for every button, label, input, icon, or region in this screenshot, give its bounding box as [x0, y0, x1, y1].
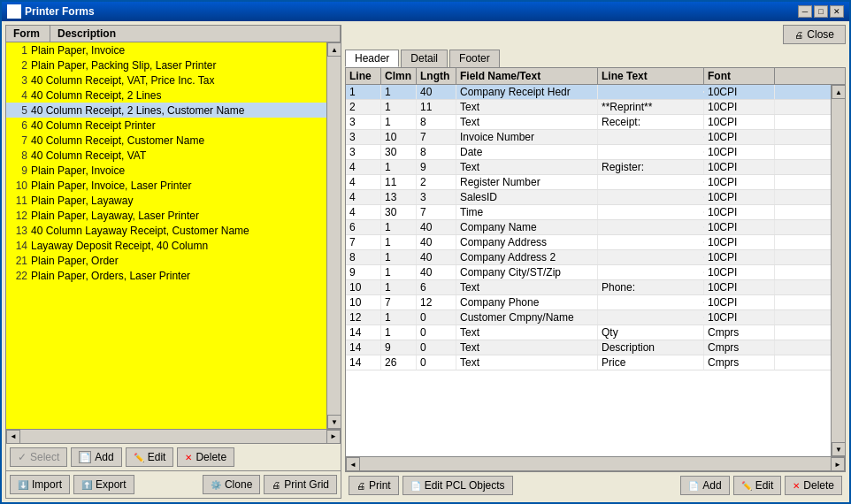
- table-row[interactable]: 9140Company City/ST/Zip10CPI: [346, 265, 831, 280]
- print-grid-button[interactable]: 🖨 Print Grid: [264, 475, 337, 494]
- delete-row-button[interactable]: ✕ Delete: [785, 476, 842, 495]
- grid-scroll-track-h[interactable]: [360, 457, 831, 470]
- select-button[interactable]: ✓ Select: [10, 447, 67, 467]
- scroll-down-arrow[interactable]: ▼: [327, 415, 341, 429]
- list-item[interactable]: 640 Column Receipt Printer: [6, 118, 326, 133]
- table-row[interactable]: 2111Text**Reprint**10CPI: [346, 100, 831, 115]
- table-cell: 6: [346, 220, 381, 234]
- minimize-button[interactable]: ─: [798, 5, 812, 18]
- list-item[interactable]: 11Plain Paper, Layaway: [6, 193, 326, 208]
- table-row[interactable]: 7140Company Address10CPI: [346, 235, 831, 250]
- grid-scrollbar-v[interactable]: ▲ ▼: [831, 85, 845, 456]
- table-cell: 40: [417, 220, 456, 234]
- list-item[interactable]: 12Plain Paper, Layaway, Laser Printer: [6, 208, 326, 223]
- clone-icon: ⚙️: [211, 480, 221, 490]
- edit-row-button[interactable]: ✏️ Edit: [733, 476, 782, 495]
- list-item[interactable]: 1340 Column Layaway Receipt, Customer Na…: [6, 223, 326, 238]
- titlebar: 🖨 Printer Forms ─ □ ✕: [2, 2, 849, 21]
- table-cell: 1: [381, 220, 417, 234]
- add-form-button[interactable]: 📄 Add: [71, 447, 121, 467]
- table-cell: Cmprs: [704, 355, 775, 370]
- grid-scroll-down[interactable]: ▼: [832, 442, 845, 456]
- table-cell: **Reprint**: [598, 100, 704, 114]
- table-row[interactable]: 4133SalesID10CPI: [346, 190, 831, 205]
- grid-col-fieldnametext: Field Name/Text: [456, 68, 598, 84]
- clone-button[interactable]: ⚙️ Clone: [203, 475, 260, 494]
- tab-detail[interactable]: Detail: [401, 50, 448, 67]
- delete-row-icon: ✕: [793, 481, 800, 491]
- tab-header[interactable]: Header: [345, 50, 399, 67]
- scroll-track-v[interactable]: [327, 57, 341, 415]
- list-scrollbar-h[interactable]: ◄ ►: [6, 429, 341, 443]
- table-cell: 12: [346, 310, 381, 325]
- grid-col-line: Line: [346, 68, 381, 84]
- list-item[interactable]: 840 Column Receipt, VAT: [6, 148, 326, 163]
- grid-scrollbar-h[interactable]: ◄ ►: [346, 456, 845, 470]
- table-row[interactable]: 4112Register Number10CPI: [346, 175, 831, 190]
- right-panel: 🖨 Close Header Detail Footer LineClmnLng…: [345, 25, 846, 499]
- grid-scroll-up[interactable]: ▲: [832, 85, 845, 99]
- list-item[interactable]: 2Plain Paper, Packing Slip, Laser Printe…: [6, 57, 326, 73]
- list-item[interactable]: 21Plain Paper, Order: [6, 253, 326, 268]
- list-item[interactable]: 540 Column Receipt, 2 Lines, Customer Na…: [6, 103, 326, 118]
- list-item[interactable]: 440 Column Receipt, 2 Lines: [6, 88, 326, 103]
- table-row[interactable]: 1490TextDescriptionCmprs: [346, 340, 831, 355]
- table-cell: 8: [417, 115, 456, 129]
- table-row[interactable]: 1016TextPhone:10CPI: [346, 280, 831, 295]
- grid-scroll-left[interactable]: ◄: [346, 457, 360, 471]
- printer-icon: 🖨: [272, 480, 280, 490]
- table-cell: 10CPI: [704, 280, 775, 294]
- list-item[interactable]: 740 Column Receipt, Customer Name: [6, 133, 326, 148]
- table-cell: 10CPI: [704, 175, 775, 189]
- table-cell: 10CPI: [704, 130, 775, 144]
- table-cell: 4: [346, 175, 381, 189]
- add-row-button[interactable]: 📄 Add: [680, 476, 729, 495]
- table-cell: 10: [346, 280, 381, 294]
- list-scrollbar-v[interactable]: ▲ ▼: [326, 42, 341, 429]
- table-row[interactable]: 8140Company Address 210CPI: [346, 250, 831, 265]
- scroll-up-arrow[interactable]: ▲: [327, 42, 341, 57]
- scroll-track-h[interactable]: [20, 430, 326, 443]
- edit-form-button[interactable]: ✏️ Edit: [126, 447, 174, 467]
- table-row[interactable]: 14260TextPriceCmprs: [346, 355, 831, 370]
- tabs-container: Header Detail Footer: [345, 50, 846, 67]
- close-button[interactable]: 🖨 Close: [783, 25, 846, 44]
- list-item[interactable]: 9Plain Paper, Invoice: [6, 163, 326, 178]
- table-row[interactable]: 6140Company Name10CPI: [346, 220, 831, 235]
- scroll-right-arrow[interactable]: ►: [326, 430, 341, 444]
- list-item[interactable]: 22Plain Paper, Orders, Laser Printer: [6, 268, 326, 283]
- edit-pcl-button[interactable]: 📄 Edit PCL Objects: [402, 476, 513, 495]
- list-item[interactable]: 340 Column Receipt, VAT, Price Inc. Tax: [6, 73, 326, 88]
- grid-scroll-track-v[interactable]: [832, 99, 845, 442]
- tab-footer[interactable]: Footer: [449, 50, 500, 67]
- table-cell: Invoice Number: [456, 130, 598, 144]
- table-row[interactable]: 4307Time10CPI: [346, 205, 831, 220]
- grid-scroll-right[interactable]: ►: [831, 457, 845, 471]
- list-item[interactable]: 14Layaway Deposit Receipt, 40 Column: [6, 238, 326, 253]
- maximize-button[interactable]: □: [814, 5, 828, 18]
- table-row[interactable]: 1140Company Receipt Hedr10CPI: [346, 85, 831, 100]
- table-row[interactable]: 318TextReceipt:10CPI: [346, 115, 831, 130]
- list-item[interactable]: 1Plain Paper, Invoice: [6, 42, 326, 57]
- print-button[interactable]: 🖨 Print: [349, 476, 399, 495]
- window-close-button[interactable]: ✕: [830, 5, 844, 18]
- table-cell: Time: [456, 205, 598, 219]
- import-button[interactable]: ⬇️ Import: [10, 475, 70, 494]
- scroll-left-arrow[interactable]: ◄: [6, 430, 20, 444]
- export-button[interactable]: ⬆️ Export: [73, 475, 134, 494]
- table-row[interactable]: 1210Customer Cmpny/Name10CPI: [346, 310, 831, 325]
- table-row[interactable]: 10712Company Phone10CPI: [346, 295, 831, 310]
- table-row[interactable]: 1410TextQtyCmprs: [346, 325, 831, 340]
- table-row[interactable]: 3107Invoice Number10CPI: [346, 130, 831, 145]
- list-item[interactable]: 10Plain Paper, Invoice, Laser Printer: [6, 178, 326, 193]
- table-cell: 10CPI: [704, 235, 775, 249]
- window-title: Printer Forms: [25, 5, 95, 18]
- titlebar-controls: ─ □ ✕: [798, 5, 844, 18]
- table-cell: 10: [346, 295, 381, 309]
- delete-form-button[interactable]: ✕ Delete: [177, 447, 234, 467]
- table-row[interactable]: 419TextRegister:10CPI: [346, 160, 831, 175]
- table-cell: 10CPI: [704, 250, 775, 264]
- table-row[interactable]: 3308Date10CPI: [346, 145, 831, 160]
- table-cell: Phone:: [598, 280, 704, 294]
- pcl-icon: 📄: [410, 481, 421, 491]
